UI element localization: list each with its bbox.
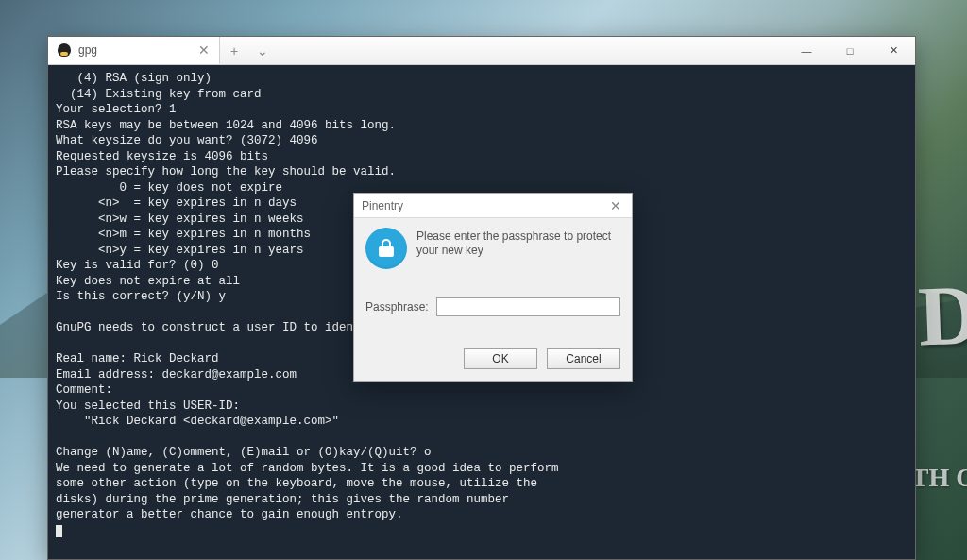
lock-icon <box>365 228 407 269</box>
window-minimize-button[interactable]: — <box>785 37 828 64</box>
tab-dropdown-button[interactable]: ⌄ <box>248 37 277 64</box>
tab-title: gpg <box>78 43 97 57</box>
tux-icon <box>58 43 71 57</box>
dialog-title: Pinentry <box>362 199 403 212</box>
dialog-titlebar[interactable]: Pinentry ✕ <box>354 194 632 218</box>
tab-close-icon[interactable]: ✕ <box>198 42 210 58</box>
cancel-button[interactable]: Cancel <box>547 348 620 369</box>
passphrase-label: Passphrase: <box>365 300 429 314</box>
window-maximize-button[interactable]: □ <box>828 37 872 64</box>
passphrase-input[interactable] <box>436 297 620 316</box>
new-tab-button[interactable]: + <box>220 37 248 64</box>
desktop-wallpaper-subtitle: TH O <box>911 463 967 493</box>
window-close-button[interactable]: ✕ <box>872 37 915 64</box>
dialog-message: Please enter the passphrase to protect y… <box>416 228 620 258</box>
terminal-cursor <box>56 525 62 537</box>
tab-gpg[interactable]: gpg ✕ <box>48 37 220 64</box>
dialog-close-icon[interactable]: ✕ <box>605 198 626 213</box>
window-titlebar: gpg ✕ + ⌄ — □ ✕ <box>48 37 915 65</box>
pinentry-dialog: Pinentry ✕ Please enter the passphrase t… <box>353 193 633 382</box>
ok-button[interactable]: OK <box>464 348 537 369</box>
